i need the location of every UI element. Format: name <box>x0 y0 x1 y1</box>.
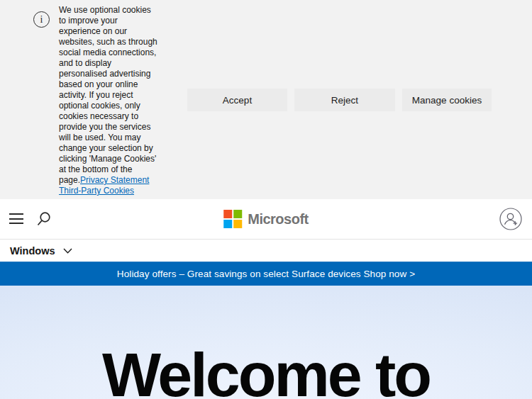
logo-square-blue <box>223 220 232 228</box>
logo-square-yellow <box>233 220 242 228</box>
promo-banner-text[interactable]: Holiday offers – Great savings on select… <box>117 269 415 279</box>
accept-cookies-button[interactable]: Accept <box>187 89 287 111</box>
search-icon-glyph <box>36 211 52 227</box>
hamburger-bar <box>9 218 23 220</box>
hero-heading: Welcome to <box>0 341 532 399</box>
hero-section: Welcome to <box>0 286 532 399</box>
hamburger-bar <box>9 213 23 215</box>
search-icon[interactable] <box>36 211 52 227</box>
account-sign-in-icon[interactable] <box>499 208 522 230</box>
reject-cookies-button[interactable]: Reject <box>294 89 395 111</box>
windows-dropdown-label: Windows <box>10 245 55 257</box>
site-header: Microsoft <box>0 199 532 239</box>
category-nav: Windows <box>0 239 532 262</box>
logo-square-green <box>233 210 242 218</box>
privacy-statement-link[interactable]: Privacy Statement <box>80 175 149 185</box>
account-icon-glyph <box>499 208 522 230</box>
windows-dropdown[interactable]: Windows <box>10 245 72 257</box>
cookie-button-row: Accept Reject Manage cookies <box>187 89 492 111</box>
cookie-consent-banner: i We use optional cookies to improve you… <box>0 0 532 199</box>
manage-cookies-button[interactable]: Manage cookies <box>402 89 492 111</box>
info-circle-icon: i <box>33 11 50 28</box>
microsoft-wordmark: Microsoft <box>248 211 309 227</box>
cookie-message-text: We use optional cookies to improve your … <box>59 5 157 185</box>
microsoft-homepage: i We use optional cookies to improve you… <box>0 0 532 399</box>
microsoft-logo[interactable]: Microsoft <box>223 210 309 228</box>
cookie-message: We use optional cookies to improve your … <box>59 5 160 196</box>
third-party-cookies-link[interactable]: Third-Party Cookies <box>59 186 134 196</box>
microsoft-logo-squares-icon <box>223 210 242 228</box>
info-glyph: i <box>40 15 43 25</box>
hamburger-bar <box>9 223 23 224</box>
promo-banner[interactable]: Holiday offers – Great savings on select… <box>0 262 532 286</box>
chevron-down-icon <box>63 248 72 254</box>
hamburger-menu-icon[interactable] <box>9 213 23 224</box>
logo-square-red <box>223 210 232 218</box>
